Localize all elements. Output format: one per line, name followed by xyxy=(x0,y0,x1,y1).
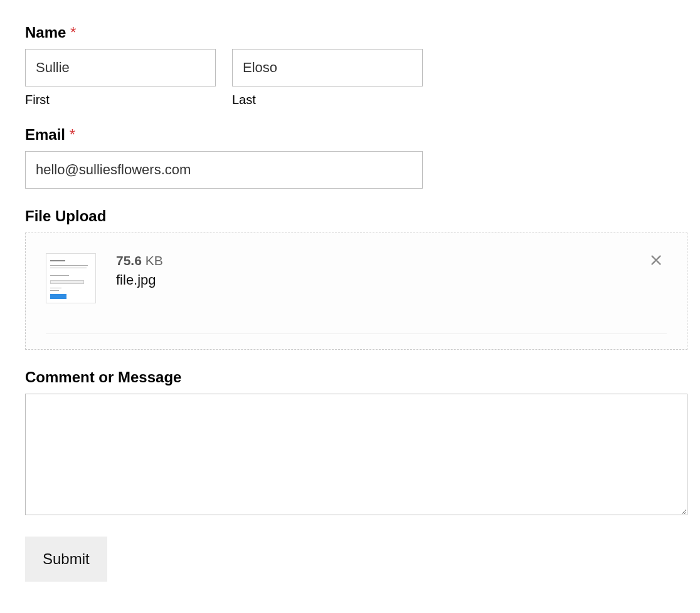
first-name-sublabel: First xyxy=(25,93,216,107)
comment-field: Comment or Message xyxy=(25,369,687,518)
close-icon xyxy=(649,253,663,267)
file-size-number: 75.6 xyxy=(116,253,142,268)
file-upload-dropzone[interactable]: 75.6 KB file.jpg xyxy=(25,233,687,350)
first-name-input[interactable] xyxy=(25,49,216,86)
name-label-text: Name xyxy=(25,24,66,41)
name-field: Name * First Last xyxy=(25,24,687,107)
required-asterisk: * xyxy=(70,24,76,41)
last-name-input[interactable] xyxy=(232,49,423,86)
uploaded-file-row: 75.6 KB file.jpg xyxy=(46,253,667,334)
submit-button[interactable]: Submit xyxy=(25,537,107,582)
email-field: Email * xyxy=(25,126,687,189)
file-thumbnail xyxy=(46,253,96,303)
name-label: Name * xyxy=(25,24,687,41)
file-upload-label: File Upload xyxy=(25,207,687,225)
email-input[interactable] xyxy=(25,151,423,189)
file-info: 75.6 KB file.jpg xyxy=(116,253,163,288)
submit-row: Submit xyxy=(25,537,687,582)
last-name-sublabel: Last xyxy=(232,93,423,107)
email-label: Email * xyxy=(25,126,687,144)
file-size: 75.6 KB xyxy=(116,253,163,268)
file-name: file.jpg xyxy=(116,272,163,288)
email-label-text: Email xyxy=(25,126,65,143)
remove-file-button[interactable] xyxy=(649,253,667,271)
comment-textarea[interactable] xyxy=(25,394,687,515)
file-upload-field: File Upload 75.6 KB file.jpg xyxy=(25,207,687,350)
required-asterisk: * xyxy=(70,126,75,143)
comment-label: Comment or Message xyxy=(25,369,687,386)
file-size-unit: KB xyxy=(142,253,163,268)
